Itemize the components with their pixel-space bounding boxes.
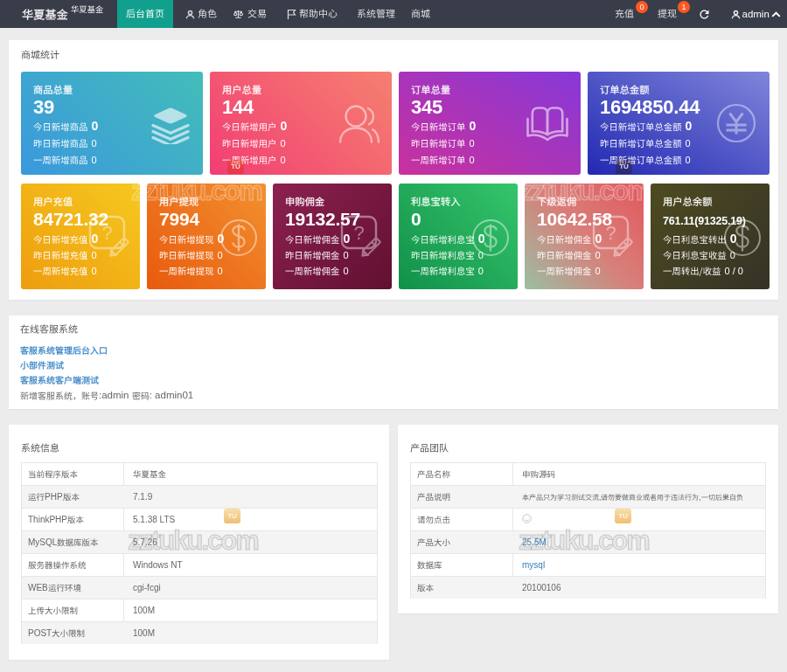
- svg-text:?: ?: [606, 222, 616, 244]
- svg-text:?: ?: [102, 222, 113, 244]
- svg-text:?: ?: [354, 222, 365, 244]
